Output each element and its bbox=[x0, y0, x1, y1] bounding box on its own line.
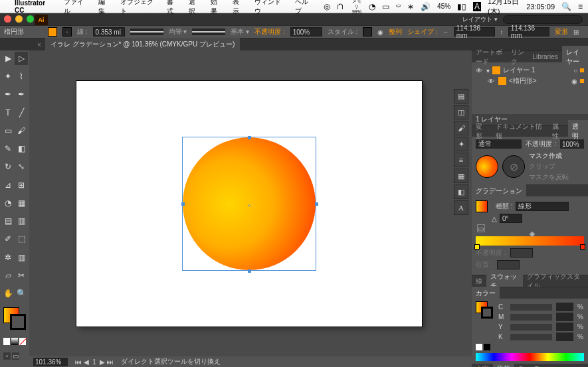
transform-link[interactable]: 変形 bbox=[555, 27, 568, 37]
opacity-field[interactable]: 100% bbox=[560, 139, 584, 149]
width-field[interactable]: 114.136 mm bbox=[454, 27, 495, 37]
panel-icon-stroke[interactable]: ≡ bbox=[454, 153, 468, 167]
tab-links[interactable]: リンク bbox=[507, 46, 528, 68]
tab-layers[interactable]: レイヤー bbox=[562, 46, 588, 68]
stroke-swatch[interactable]: ▫ bbox=[62, 27, 72, 37]
graph-tool[interactable]: ▥ bbox=[15, 251, 28, 264]
rectangle-tool[interactable]: ▭ bbox=[1, 124, 15, 137]
eyedropper-tool[interactable]: ✐ bbox=[1, 232, 15, 246]
zoom-field[interactable]: 101.36% bbox=[33, 358, 68, 366]
opacity-label[interactable]: 不透明度 : bbox=[254, 27, 285, 37]
width-tool[interactable]: ⊿ bbox=[1, 179, 15, 192]
shape-builder-tool[interactable]: ◔ bbox=[1, 196, 15, 210]
fill-swatch[interactable] bbox=[48, 27, 57, 37]
stop-opacity-field[interactable] bbox=[510, 248, 533, 257]
menu-help[interactable]: ヘルプ bbox=[295, 0, 314, 16]
tab-close-icon[interactable]: × bbox=[33, 41, 45, 48]
anchor-left[interactable] bbox=[181, 202, 185, 206]
menu-view[interactable]: 表示 bbox=[233, 0, 245, 16]
gradient-tool[interactable]: ▥ bbox=[15, 214, 28, 228]
shape-link[interactable]: シェイプ : bbox=[407, 27, 438, 37]
panel-icon-2[interactable]: ◫ bbox=[454, 105, 468, 119]
bluetooth-icon[interactable]: ∗ bbox=[407, 2, 414, 11]
panel-icon-symbols[interactable]: ✦ bbox=[454, 137, 468, 151]
curvature-tool[interactable]: ✒ bbox=[15, 88, 28, 101]
c-field[interactable] bbox=[556, 303, 573, 311]
black-swatch[interactable] bbox=[484, 344, 490, 350]
tab-stroke[interactable]: 線 bbox=[472, 275, 486, 288]
pen-tool[interactable]: ✒ bbox=[1, 88, 15, 101]
visibility-icon[interactable]: 👁 bbox=[488, 78, 496, 85]
y-field[interactable] bbox=[556, 323, 573, 331]
layout-dropdown[interactable]: レイアウト ▾ bbox=[462, 15, 498, 24]
menubar-date[interactable]: 12月15日(木) bbox=[488, 0, 520, 17]
stroke-weight-field[interactable]: 0.353 mi bbox=[93, 27, 125, 37]
screen-mode-full[interactable]: ▭ bbox=[12, 352, 19, 360]
uniform-dropdown[interactable]: 均等 ▾ bbox=[169, 27, 187, 37]
input-icon[interactable]: ◎ bbox=[324, 2, 330, 11]
target-icon[interactable]: ◉ bbox=[571, 78, 577, 85]
artboard[interactable]: × bbox=[76, 81, 422, 327]
panel-icon-brushes[interactable]: 🖌 bbox=[454, 121, 468, 135]
style-swatch[interactable] bbox=[363, 27, 372, 37]
spotlight-icon[interactable]: 🔍 bbox=[561, 2, 571, 11]
document-tab[interactable]: イラレ グラデーション* @ 101.36% (CMYK/GPU プレビュー) bbox=[45, 38, 240, 51]
menu-edit[interactable]: 編集 bbox=[98, 0, 111, 16]
menu-object[interactable]: オブジェクト bbox=[120, 0, 158, 16]
gradient-stop-2[interactable] bbox=[580, 244, 585, 250]
line-icon[interactable]: ◔ bbox=[369, 2, 375, 11]
menu-type[interactable]: 書式 bbox=[167, 0, 179, 16]
basic-dropdown[interactable]: 基本 ▾ bbox=[231, 27, 249, 37]
align-link[interactable]: 整列 bbox=[389, 27, 402, 37]
panel-icon-pathfinder[interactable]: ◧ bbox=[454, 184, 468, 199]
free-transform-tool[interactable]: ⊞ bbox=[15, 179, 28, 192]
volume-icon[interactable]: 🔊 bbox=[421, 2, 431, 11]
isolate-icon[interactable]: ⊞ bbox=[573, 29, 579, 36]
hand-tool[interactable]: ✋ bbox=[1, 287, 15, 300]
m-field[interactable] bbox=[556, 313, 573, 321]
artboard-tool[interactable]: ▱ bbox=[1, 269, 15, 282]
gradient-thumb[interactable] bbox=[476, 200, 488, 212]
scale-tool[interactable]: ⤡ bbox=[15, 160, 28, 173]
gradient-slider[interactable] bbox=[476, 236, 584, 246]
aspect-icon[interactable]: ▭ bbox=[477, 224, 485, 232]
make-mask-button[interactable]: マスク作成 bbox=[529, 151, 569, 161]
line-tool[interactable]: ╱ bbox=[15, 106, 28, 119]
gradient-stop-1[interactable] bbox=[474, 244, 480, 250]
artboard-nav[interactable]: ⏮◀1▶⏭ bbox=[74, 358, 114, 366]
height-field[interactable]: 114.136 mm bbox=[508, 27, 549, 37]
tab-color[interactable]: カラー bbox=[472, 287, 500, 300]
memory-icon[interactable]: メモリ 99% bbox=[351, 0, 362, 15]
k-slider[interactable] bbox=[510, 334, 552, 340]
target-icon[interactable]: ○ bbox=[573, 67, 577, 74]
layer-row-ellipse[interactable]: 👁 <楕円形> ◉ bbox=[476, 76, 584, 86]
spectrum-bar[interactable] bbox=[476, 353, 584, 361]
notification-icon[interactable]: ≡ bbox=[578, 2, 583, 11]
color-mode-none[interactable] bbox=[19, 338, 26, 345]
shaper-tool[interactable]: ✎ bbox=[1, 142, 15, 155]
maximize-window-button[interactable] bbox=[27, 15, 34, 23]
k-field[interactable] bbox=[556, 332, 573, 341]
tab-libraries[interactable]: Libraries bbox=[528, 51, 561, 62]
clip-checkbox[interactable]: クリップ bbox=[529, 162, 569, 171]
battery-icon[interactable]: ▮▯ bbox=[457, 2, 466, 11]
m-slider[interactable] bbox=[510, 314, 552, 321]
eraser-tool[interactable]: ◧ bbox=[15, 142, 28, 155]
app-name[interactable]: Illustrator CC bbox=[15, 0, 54, 14]
gradient-type-select[interactable]: 線形 bbox=[516, 202, 569, 211]
selection-tool[interactable]: ▶ bbox=[1, 52, 15, 65]
color-mode-gradient[interactable] bbox=[11, 338, 18, 345]
panel-icon-1[interactable]: ▤ bbox=[454, 89, 468, 104]
perspective-tool[interactable]: ▦ bbox=[15, 196, 28, 210]
angle-field[interactable]: 0° bbox=[500, 214, 522, 223]
paintbrush-tool[interactable]: 🖌 bbox=[15, 124, 28, 137]
screen-mode-normal[interactable]: ▫ bbox=[3, 352, 11, 360]
recolor-icon[interactable]: ◉ bbox=[377, 29, 383, 36]
tab-gradient[interactable]: グラデーション bbox=[472, 184, 526, 198]
lasso-tool[interactable]: ⌇ bbox=[15, 70, 28, 83]
gradient-midpoint[interactable] bbox=[529, 232, 534, 237]
menu-select[interactable]: 選択 bbox=[189, 0, 201, 16]
transparency-thumb[interactable] bbox=[476, 155, 498, 178]
direct-selection-tool[interactable]: ▷ bbox=[15, 52, 28, 65]
battery-text[interactable]: 45% bbox=[437, 3, 450, 10]
